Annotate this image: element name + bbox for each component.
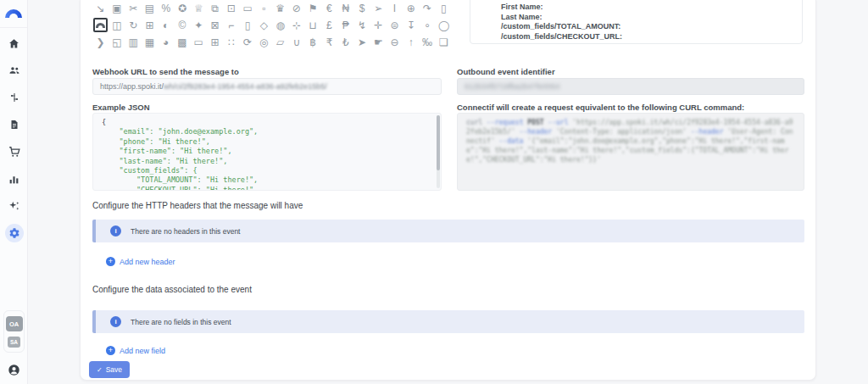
- save-copy-icon[interactable]: ⊞: [142, 18, 158, 33]
- sphere-icon[interactable]: ◍: [272, 18, 288, 33]
- trash-icon[interactable]: ▯: [436, 1, 452, 16]
- clipboard-icon[interactable]: ▥: [125, 35, 142, 50]
- terminal-icon[interactable]: ❯: [92, 35, 108, 50]
- add-new-field-link[interactable]: Add new field: [106, 346, 165, 355]
- rupee-icon[interactable]: ₹: [321, 35, 337, 50]
- naira-icon[interactable]: ₦: [337, 1, 353, 16]
- webhook-url-input[interactable]: https://app.spoki.it/wh/ci/2f9283e4-1954…: [92, 78, 442, 95]
- add-new-header-link[interactable]: Add new header: [106, 257, 175, 266]
- fields-section-title: Configure the data associated to the eve…: [92, 285, 252, 294]
- ball-strike-icon[interactable]: ⊘: [288, 1, 304, 16]
- decimal-icon[interactable]: ‰: [419, 35, 435, 50]
- coins-add-icon[interactable]: ⊕: [403, 1, 419, 16]
- sidebar-item-reports[interactable]: [5, 170, 24, 188]
- hand-pointer-icon[interactable]: ☛: [370, 35, 387, 50]
- crop-icon[interactable]: ⌐: [223, 18, 239, 33]
- frame-icon[interactable]: ∷: [223, 35, 239, 50]
- contrast-icon[interactable]: ◐: [158, 18, 174, 33]
- json-scrollbar[interactable]: [437, 115, 440, 188]
- workspace-badge-oa[interactable]: OA: [6, 316, 23, 331]
- ai-assistant-icon: [8, 200, 20, 212]
- move-icon[interactable]: ✛: [370, 18, 387, 33]
- sidebar-nav: [0, 34, 28, 242]
- flag-icon[interactable]: ⚑: [305, 1, 321, 16]
- settings-icon: [8, 227, 20, 239]
- plus-circle-icon: [106, 257, 115, 266]
- sidebar-item-store[interactable]: [5, 142, 24, 161]
- sync-icon[interactable]: ↻: [125, 18, 142, 33]
- baht-icon[interactable]: ฿: [305, 35, 321, 50]
- bolt-slash-icon[interactable]: ↯: [353, 18, 370, 33]
- json-scrollbar-thumb[interactable]: [437, 115, 440, 170]
- webhook-url-redacted: wh/ci/2f9283e4-1954-4554-a836-a92feb2e15…: [164, 82, 327, 91]
- text-cursor-icon[interactable]: I: [387, 1, 403, 16]
- pie-chart-icon[interactable]: ◕: [158, 35, 174, 50]
- headers-empty-alert: There are no headers in this event: [92, 220, 804, 242]
- image-off-icon[interactable]: ⊠: [207, 18, 223, 33]
- euro-icon[interactable]: €: [321, 1, 337, 16]
- peso-icon[interactable]: ₱: [337, 18, 353, 33]
- workspace-badge-sa[interactable]: SA: [8, 337, 20, 348]
- percent-off-icon[interactable]: %: [158, 1, 174, 16]
- down-tray-icon[interactable]: ↧: [403, 18, 419, 33]
- cup-icon[interactable]: ⊔: [305, 18, 321, 33]
- copy-windows-icon[interactable]: ⧉: [207, 1, 223, 16]
- connectif-arc-icon: [5, 9, 22, 18]
- spreadsheet-icon[interactable]: ▩: [174, 35, 190, 50]
- user-circle-icon: [8, 364, 20, 380]
- dollar-icon[interactable]: $: [353, 1, 370, 16]
- outbound-id-input: 612b34f5719fba2b47fe0064: [457, 78, 804, 95]
- rectangle-icon[interactable]: ▭: [239, 1, 255, 16]
- sparkles-icon[interactable]: ✦: [191, 18, 207, 33]
- copyright-icon[interactable]: ©: [174, 18, 190, 33]
- sidebar-item-settings[interactable]: [5, 224, 24, 242]
- save-icon[interactable]: ▤: [142, 1, 158, 16]
- image-icon[interactable]: ▣: [108, 1, 125, 16]
- target-icon[interactable]: ◎: [256, 35, 272, 50]
- pound-icon[interactable]: £: [321, 18, 337, 33]
- info-icon: [110, 225, 121, 237]
- cup-filled-icon[interactable]: ∪: [288, 35, 304, 50]
- vector-line-icon[interactable]: ↘: [92, 1, 108, 16]
- redo-icon[interactable]: ↷: [419, 1, 435, 16]
- curl-command-redacted: curl --request POST --url 'https://app.s…: [458, 114, 804, 169]
- letter-o-icon[interactable]: ◯: [436, 18, 452, 33]
- table-add-icon[interactable]: ⊹: [288, 18, 304, 33]
- crown-icon[interactable]: ♛: [272, 1, 288, 16]
- reports-icon: [8, 174, 19, 185]
- file-icon[interactable]: ❏: [436, 35, 452, 50]
- lira-icon[interactable]: ₺: [337, 35, 353, 50]
- sidebar-item-ai-assistant[interactable]: [5, 197, 24, 215]
- account-menu[interactable]: [0, 364, 28, 380]
- save-button[interactable]: Save: [89, 361, 130, 378]
- portrait-icon[interactable]: ▯: [239, 18, 255, 33]
- connectif-logo[interactable]: [0, 0, 27, 28]
- degree-line-icon[interactable]: ∘: [419, 18, 435, 33]
- coins-minus-icon[interactable]: ⊖: [387, 35, 403, 50]
- cube-icon[interactable]: ▱: [272, 35, 288, 50]
- sidebar-item-home[interactable]: [5, 34, 24, 53]
- sidebar-item-contacts[interactable]: [5, 61, 24, 80]
- expand-icon[interactable]: ⊡: [223, 1, 239, 16]
- card-add-icon[interactable]: ⊞: [207, 35, 223, 50]
- copy-icon[interactable]: ◱: [108, 35, 125, 50]
- octagon-icon[interactable]: ◇: [256, 18, 272, 33]
- preview-variable-line: /custom_fields/CHECKOUT_URL:: [501, 32, 793, 42]
- scissors-icon[interactable]: ✂: [125, 1, 142, 16]
- card-icon[interactable]: ▭: [191, 35, 207, 50]
- contact-card-icon[interactable]: ◫: [108, 18, 125, 33]
- sidebar-item-documents[interactable]: [5, 115, 24, 134]
- spoki-arc-icon[interactable]: [93, 18, 108, 32]
- message-config-panel: ↘▣✂▤%✪♕⧉⊡▭▫♛⊘⚑€₦$➢I⊕↷▯◫↻⊞◐©✦⊠⌐▯◇◍⊹⊔£₱↯✛⊜…: [80, 0, 816, 381]
- rotate-icon[interactable]: ⟳: [239, 35, 255, 50]
- cursor-filled-icon[interactable]: ➤: [353, 35, 370, 50]
- sidebar-item-workflows[interactable]: [5, 88, 24, 107]
- chip-icon[interactable]: ✪: [174, 1, 190, 16]
- cursor-icon[interactable]: ➢: [370, 1, 387, 16]
- square-icon[interactable]: ▫: [256, 1, 272, 16]
- save-all-icon[interactable]: ▦: [142, 35, 158, 50]
- arrow-up-icon[interactable]: ↑: [403, 35, 419, 50]
- crown-outline-icon[interactable]: ♕: [191, 1, 207, 16]
- coins-icon[interactable]: ⊜: [387, 18, 403, 33]
- preview-variable-line: Last Name:: [501, 13, 793, 23]
